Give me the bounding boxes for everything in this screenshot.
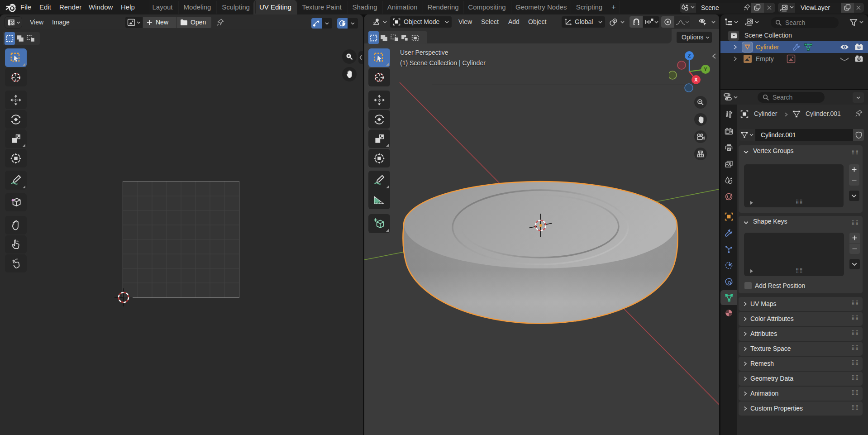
svg-text:Z: Z xyxy=(688,53,691,58)
svg-text:X: X xyxy=(694,77,698,82)
svg-text:Y: Y xyxy=(704,67,707,72)
